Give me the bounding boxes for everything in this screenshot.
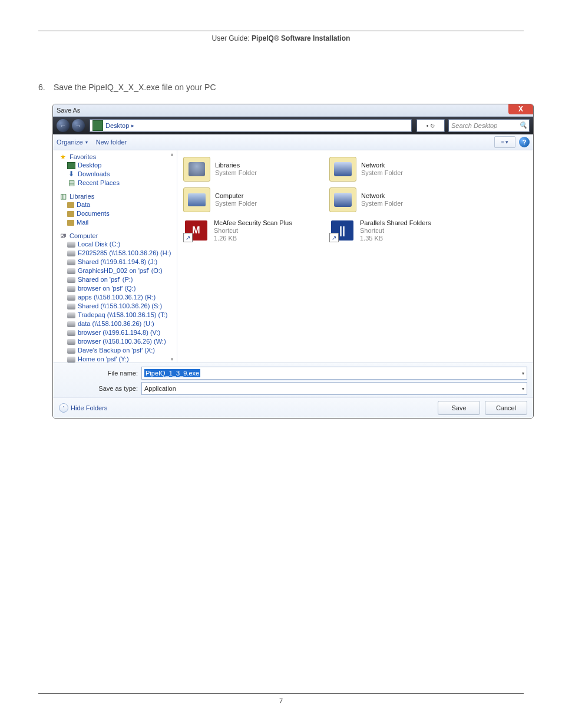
nav-item-desktop[interactable]: Desktop [67, 161, 177, 170]
network-drive-icon [67, 321, 75, 327]
save-as-dialog: Save As X ← → Desktop ▸ • ↻ Search Deskt… [52, 104, 534, 419]
network-drive-icon [67, 304, 75, 309]
tile-thumbnail [329, 157, 356, 182]
nav-item-drive[interactable]: Dave's Backup on 'psf' (X:) [67, 346, 177, 355]
cancel-button[interactable]: Cancel [485, 401, 527, 415]
forward-icon: → [75, 122, 82, 129]
body-area: 6. Save the PipeIQ_X_X_X.exe file on you… [38, 83, 524, 419]
forward-button[interactable]: → [72, 119, 85, 132]
nav-item-label: Desktop [78, 161, 101, 170]
scroll-down-icon: ▾ [171, 357, 176, 361]
nav-computer[interactable]: 🖳 Computer [59, 232, 177, 240]
content-tile[interactable]: LibrariesSystem Folder [181, 154, 327, 185]
nav-item-drive[interactable]: browser (\\199.61.194.8) (V:) [67, 328, 177, 337]
nav-item-drive[interactable]: data (\\158.100.36.26) (U:) [67, 319, 177, 328]
tile-meta: System Folder [215, 200, 257, 207]
nav-item-drive[interactable]: Home on 'psf' (Y:) [67, 355, 177, 363]
recent-icon: ▤ [67, 179, 75, 187]
nav-item-drive[interactable]: GraphicsHD_002 on 'psf' (O:) [67, 266, 177, 275]
main-pane: ▴ ★ Favorites Desktop ⬇Downloads ▤Recent… [53, 150, 533, 363]
nav-group-computer: 🖳 Computer Local Disk (C:)E2025285 (\\15… [59, 232, 177, 363]
nav-item-drive[interactable]: E2025285 (\\158.100.36.26) (H:) [67, 249, 177, 258]
scroll-up-icon: ▴ [171, 151, 176, 156]
nav-item-label: browser (\\199.61.194.8) (V:) [78, 328, 160, 337]
nav-item-label: Shared (\\158.100.36.26) (S:) [78, 302, 162, 311]
nav-item-mail[interactable]: Mail [67, 218, 177, 227]
network-drive-icon [67, 268, 75, 274]
window-title: Save As [57, 107, 80, 114]
search-placeholder: Search Desktop [451, 122, 497, 129]
view-button[interactable]: ≡ ▾ [494, 136, 515, 148]
tile-label: ComputerSystem Folder [215, 192, 257, 207]
folder-icon [67, 202, 74, 208]
hide-folders-button[interactable]: ˄ Hide Folders [59, 403, 107, 413]
nav-item-drive[interactable]: Local Disk (C:) [67, 240, 177, 249]
content-tile[interactable]: ComputerSystem Folder [181, 185, 327, 215]
network-drive-icon [67, 312, 75, 318]
content-tile[interactable]: MMcAfee Security Scan PlusShortcut1.26 K… [181, 215, 327, 246]
nav-item-drive[interactable]: Shared (\\158.100.36.26) (S:) [67, 302, 177, 311]
nav-item-data[interactable]: Data [67, 200, 177, 209]
tile-meta: Shortcut [214, 227, 292, 235]
refresh-button[interactable]: • ↻ [416, 119, 445, 132]
nav-item-label: data (\\158.100.36.26) (U:) [78, 319, 154, 328]
breadcrumb[interactable]: Desktop ▸ [90, 119, 412, 132]
toolbar-right: ≡ ▾ ? [494, 136, 530, 148]
nav-item-label: Documents [77, 209, 110, 218]
footer-rule [38, 693, 524, 694]
nav-item-label: Home on 'psf' (Y:) [78, 355, 129, 363]
tile-name: Libraries [215, 162, 257, 169]
folder-icon [67, 211, 74, 217]
tile-meta: System Folder [215, 169, 257, 177]
nav-item-drive[interactable]: Tradepaq (\\158.100.36.15) (T:) [67, 311, 177, 319]
page-number: 7 [38, 697, 524, 704]
computer-icon: 🖳 [59, 232, 67, 240]
nav-computer-label: Computer [70, 232, 98, 239]
tile-name: Network [361, 162, 403, 169]
hide-folders-label: Hide Folders [71, 404, 107, 411]
tile-size: 1.35 KB [360, 235, 431, 242]
help-icon: ? [523, 139, 527, 146]
content-pane[interactable]: LibrariesSystem FolderNetworkSystem Fold… [177, 150, 533, 363]
network-drive-icon [67, 277, 75, 283]
nav-item-drive[interactable]: apps (\\158.100.36.12) (R:) [67, 293, 177, 302]
nav-item-recent[interactable]: ▤Recent Places [67, 179, 177, 187]
search-input[interactable]: Search Desktop 🔍 [448, 119, 530, 132]
back-icon: ← [60, 122, 67, 129]
tile-name: Computer [215, 192, 257, 200]
nav-item-drive[interactable]: browser on 'psf' (Q:) [67, 284, 177, 293]
address-bar: ← → Desktop ▸ • ↻ Search Desktop 🔍 [53, 117, 533, 134]
nav-favorites[interactable]: ★ Favorites [59, 153, 177, 161]
nav-tree[interactable]: ▴ ★ Favorites Desktop ⬇Downloads ▤Recent… [53, 150, 177, 363]
filename-input[interactable]: PipeIQ_1_3_9.exe ▾ [141, 367, 527, 380]
savetype-select[interactable]: Application ▾ [141, 382, 527, 395]
content-tile[interactable]: NetworkSystem Folder [327, 154, 473, 185]
running-header: User Guide: PipeIQ® Software Installatio… [38, 34, 524, 42]
tile-label: McAfee Security Scan PlusShortcut1.26 KB [214, 219, 292, 242]
organize-button[interactable]: Organize ▾ [57, 139, 88, 146]
hdd-icon [67, 242, 75, 248]
savetype-row: Save as type: Application ▾ [91, 382, 527, 395]
tile-label: NetworkSystem Folder [361, 162, 403, 177]
nav-item-drive[interactable]: Shared (\\199.61.194.8) (J:) [67, 258, 177, 266]
new-folder-button[interactable]: New folder [96, 139, 127, 146]
tile-meta: System Folder [361, 169, 403, 177]
nav-item-label: Mail [77, 218, 88, 227]
close-icon: X [518, 105, 523, 113]
save-button[interactable]: Save [438, 401, 480, 415]
star-icon: ★ [59, 153, 67, 161]
nav-item-label: browser (\\158.100.36.26) (W:) [78, 337, 166, 346]
desktop-icon [92, 120, 103, 131]
nav-item-label: Data [77, 200, 90, 209]
help-button[interactable]: ? [519, 137, 530, 147]
content-tile[interactable]: ||Parallels Shared FoldersShortcut1.35 K… [327, 215, 473, 246]
nav-item-documents[interactable]: Documents [67, 209, 177, 218]
nav-libraries[interactable]: ▥ Libraries [59, 192, 177, 200]
back-button[interactable]: ← [57, 119, 70, 132]
nav-item-drive[interactable]: Shared on 'psf' (P:) [67, 275, 177, 284]
content-tile[interactable]: NetworkSystem Folder [327, 185, 473, 215]
close-button[interactable]: X [508, 104, 533, 114]
tile-name: Parallels Shared Folders [360, 219, 431, 227]
nav-item-downloads[interactable]: ⬇Downloads [67, 170, 177, 179]
nav-item-drive[interactable]: browser (\\158.100.36.26) (W:) [67, 337, 177, 346]
